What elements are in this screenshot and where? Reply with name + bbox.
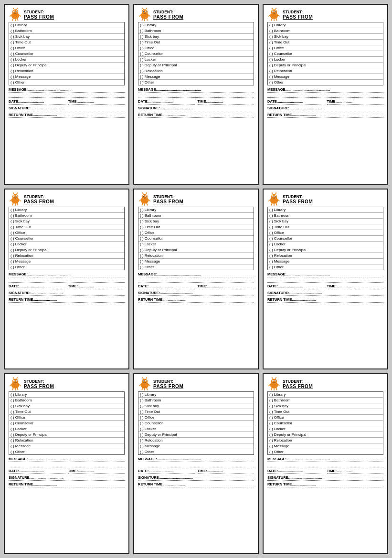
svg-point-119: [146, 377, 147, 378]
time-field: TIME:................: [327, 284, 384, 289]
date-field: DATE:.........................: [267, 469, 324, 474]
svg-line-36: [271, 18, 272, 20]
svg-line-21: [142, 18, 142, 20]
header-text: STUDENT: PASS FROM: [283, 10, 313, 20]
option-row: ( ) Office: [9, 415, 124, 421]
mascot-icon: [138, 192, 151, 206]
pass-from-label: PASS FROM: [24, 199, 54, 204]
svg-point-64: [143, 196, 144, 197]
option-row: ( ) Message: [268, 259, 383, 264]
mascot-icon: [9, 192, 22, 206]
option-row: ( ) Message: [138, 259, 254, 264]
svg-line-126: [271, 388, 272, 390]
message-field: MESSAGE:................................…: [9, 457, 125, 462]
option-row: ( ) Other: [268, 449, 383, 454]
date-field: DATE:.........................: [138, 284, 195, 289]
card-header: STUDENT: PASS FROM: [138, 8, 254, 21]
svg-line-40: [278, 15, 279, 16]
options-list: ( ) Library( ) Bathroom( ) Sick bay( ) T…: [138, 22, 254, 85]
return-time-field: RETURN TIME........................: [138, 113, 254, 118]
time-field: TIME:................: [68, 284, 125, 289]
svg-line-68: [147, 203, 147, 205]
pass-from-label: PASS FROM: [283, 199, 313, 204]
date-time-row: DATE:......................... TIME:....…: [138, 284, 254, 291]
option-row: ( ) Locker: [9, 242, 124, 247]
option-row: ( ) Locker: [138, 242, 254, 247]
pass-card-2: STUDENT: PASS FROM ( ) Library( ) Bathro…: [133, 4, 259, 185]
svg-point-61: [142, 194, 148, 200]
svg-point-104: [17, 377, 18, 378]
svg-point-106: [142, 379, 148, 384]
option-row: ( ) Library: [138, 392, 254, 398]
svg-line-6: [12, 18, 13, 20]
return-time-field: RETURN TIME........................: [267, 113, 383, 118]
svg-point-74: [146, 192, 147, 193]
message-field: MESSAGE:................................…: [9, 87, 125, 93]
svg-line-70: [148, 200, 150, 201]
svg-point-95: [16, 380, 17, 381]
option-row: ( ) Sick bay: [9, 34, 124, 40]
option-row: ( ) Time Out: [268, 40, 383, 45]
svg-point-5: [16, 11, 17, 12]
student-label: STUDENT:: [283, 379, 303, 384]
option-row: ( ) Library: [138, 22, 254, 28]
svg-line-81: [271, 203, 272, 205]
date-field: DATE:.........................: [9, 99, 65, 105]
option-row: ( ) Library: [268, 22, 383, 28]
svg-line-8: [17, 18, 18, 20]
svg-point-65: [146, 196, 147, 197]
svg-line-114: [139, 384, 141, 386]
option-row: ( ) Locker: [9, 57, 124, 63]
option-row: ( ) Deputy or Principal: [138, 247, 254, 253]
signature-field: SIGNATURE:..............................…: [138, 291, 254, 296]
header-text: STUDENT: PASS FROM: [24, 10, 54, 20]
return-time-field: RETURN TIME........................: [138, 297, 254, 303]
card-header: STUDENT: PASS FROM: [9, 8, 125, 21]
message-field: MESSAGE:................................…: [138, 272, 254, 277]
option-row: ( ) Bathroom: [138, 28, 254, 34]
svg-line-85: [278, 200, 279, 201]
option-row: ( ) Other: [268, 264, 383, 270]
svg-line-39: [269, 15, 270, 16]
option-row: ( ) Bathroom: [9, 28, 124, 34]
svg-point-20: [146, 11, 147, 12]
option-row: ( ) Locker: [268, 242, 383, 247]
date-field: DATE:.........................: [138, 469, 195, 474]
svg-point-132: [272, 377, 273, 378]
date-time-row: DATE:......................... TIME:....…: [9, 284, 125, 291]
option-row: ( ) Time Out: [9, 224, 124, 230]
svg-point-109: [143, 380, 144, 381]
student-label: STUDENT:: [153, 10, 173, 14]
message-continuation: [267, 463, 383, 467]
message-field: MESSAGE:................................…: [267, 457, 383, 462]
option-row: ( ) Deputy or Principal: [268, 63, 383, 68]
date-time-row: DATE:......................... TIME:....…: [138, 99, 254, 106]
pass-cards-page: STUDENT: PASS FROM ( ) Library( ) Bathro…: [0, 0, 392, 558]
signature-field: SIGNATURE:..............................…: [9, 475, 125, 481]
option-row: ( ) Locker: [9, 426, 124, 432]
option-row: ( ) Bathroom: [268, 28, 383, 34]
svg-line-25: [148, 15, 150, 16]
mascot-icon: [9, 8, 22, 21]
option-row: ( ) Bathroom: [268, 398, 383, 403]
mascot-icon: [267, 377, 281, 390]
pass-from-label: PASS FROM: [153, 199, 183, 204]
svg-line-38: [276, 18, 276, 20]
date-time-row: DATE:......................... TIME:....…: [267, 469, 383, 475]
svg-point-121: [271, 379, 277, 384]
option-row: ( ) Library: [9, 207, 124, 213]
option-row: ( ) Counsellor: [138, 236, 254, 242]
pass-card-7: STUDENT: PASS FROM ( ) Library( ) Bathro…: [4, 373, 129, 554]
options-list: ( ) Library( ) Bathroom( ) Sick bay( ) T…: [267, 391, 383, 455]
message-continuation: [138, 94, 254, 98]
option-row: ( ) Sick bay: [138, 34, 254, 40]
svg-point-19: [143, 11, 144, 12]
return-time-field: RETURN TIME........................: [267, 297, 383, 303]
option-row: ( ) Office: [138, 415, 254, 421]
option-row: ( ) Relocation: [138, 253, 254, 259]
svg-line-96: [12, 388, 13, 390]
option-row: ( ) Sick bay: [268, 219, 383, 224]
svg-point-80: [275, 196, 276, 197]
message-field: MESSAGE:................................…: [138, 87, 254, 93]
svg-point-34: [273, 11, 274, 12]
